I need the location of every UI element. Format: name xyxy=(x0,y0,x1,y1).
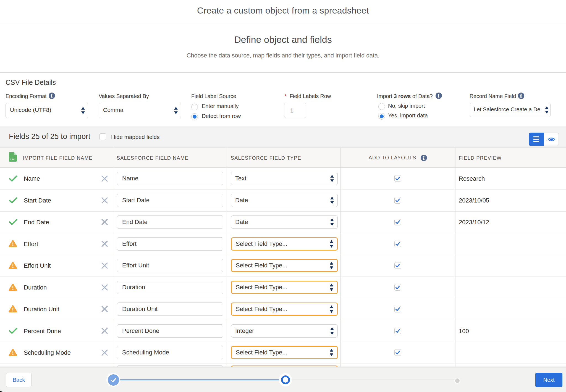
svg-text:csv: csv xyxy=(10,158,15,161)
